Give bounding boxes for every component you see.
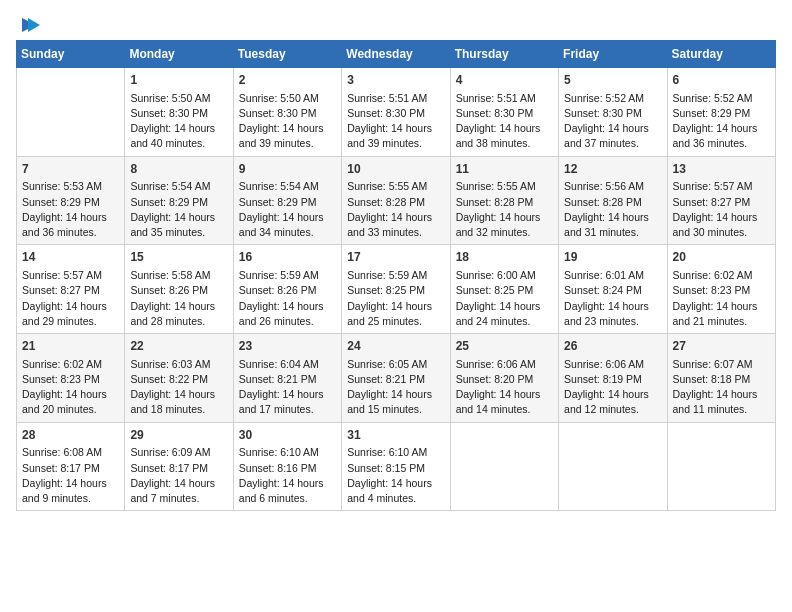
day-info: Sunrise: 5:51 AM Sunset: 8:30 PM Dayligh…: [347, 91, 444, 152]
day-info: Sunrise: 5:50 AM Sunset: 8:30 PM Dayligh…: [130, 91, 227, 152]
day-number: 27: [673, 338, 770, 355]
day-info: Sunrise: 6:10 AM Sunset: 8:16 PM Dayligh…: [239, 445, 336, 506]
day-number: 25: [456, 338, 553, 355]
calendar-day-cell: [667, 422, 775, 511]
day-number: 29: [130, 427, 227, 444]
day-number: 23: [239, 338, 336, 355]
day-info: Sunrise: 5:57 AM Sunset: 8:27 PM Dayligh…: [22, 268, 119, 329]
calendar-week-row: 1Sunrise: 5:50 AM Sunset: 8:30 PM Daylig…: [17, 68, 776, 157]
day-header-saturday: Saturday: [667, 41, 775, 68]
day-info: Sunrise: 5:54 AM Sunset: 8:29 PM Dayligh…: [239, 179, 336, 240]
day-info: Sunrise: 6:01 AM Sunset: 8:24 PM Dayligh…: [564, 268, 661, 329]
calendar-day-cell: 11Sunrise: 5:55 AM Sunset: 8:28 PM Dayli…: [450, 156, 558, 245]
day-number: 19: [564, 249, 661, 266]
calendar-week-row: 7Sunrise: 5:53 AM Sunset: 8:29 PM Daylig…: [17, 156, 776, 245]
calendar-day-cell: 14Sunrise: 5:57 AM Sunset: 8:27 PM Dayli…: [17, 245, 125, 334]
day-header-monday: Monday: [125, 41, 233, 68]
day-info: Sunrise: 5:53 AM Sunset: 8:29 PM Dayligh…: [22, 179, 119, 240]
day-number: 2: [239, 72, 336, 89]
day-info: Sunrise: 5:59 AM Sunset: 8:25 PM Dayligh…: [347, 268, 444, 329]
logo: [16, 16, 40, 32]
day-info: Sunrise: 6:07 AM Sunset: 8:18 PM Dayligh…: [673, 357, 770, 418]
day-info: Sunrise: 5:57 AM Sunset: 8:27 PM Dayligh…: [673, 179, 770, 240]
day-number: 17: [347, 249, 444, 266]
calendar-day-cell: 13Sunrise: 5:57 AM Sunset: 8:27 PM Dayli…: [667, 156, 775, 245]
day-info: Sunrise: 6:04 AM Sunset: 8:21 PM Dayligh…: [239, 357, 336, 418]
calendar-day-cell: 29Sunrise: 6:09 AM Sunset: 8:17 PM Dayli…: [125, 422, 233, 511]
day-info: Sunrise: 6:10 AM Sunset: 8:15 PM Dayligh…: [347, 445, 444, 506]
day-number: 12: [564, 161, 661, 178]
calendar-day-cell: 8Sunrise: 5:54 AM Sunset: 8:29 PM Daylig…: [125, 156, 233, 245]
calendar-day-cell: 10Sunrise: 5:55 AM Sunset: 8:28 PM Dayli…: [342, 156, 450, 245]
day-info: Sunrise: 6:00 AM Sunset: 8:25 PM Dayligh…: [456, 268, 553, 329]
day-header-wednesday: Wednesday: [342, 41, 450, 68]
calendar-day-cell: [450, 422, 558, 511]
day-info: Sunrise: 5:50 AM Sunset: 8:30 PM Dayligh…: [239, 91, 336, 152]
calendar-day-cell: 12Sunrise: 5:56 AM Sunset: 8:28 PM Dayli…: [559, 156, 667, 245]
day-info: Sunrise: 5:54 AM Sunset: 8:29 PM Dayligh…: [130, 179, 227, 240]
day-number: 9: [239, 161, 336, 178]
day-info: Sunrise: 6:02 AM Sunset: 8:23 PM Dayligh…: [673, 268, 770, 329]
day-number: 31: [347, 427, 444, 444]
calendar-day-cell: 5Sunrise: 5:52 AM Sunset: 8:30 PM Daylig…: [559, 68, 667, 157]
day-number: 5: [564, 72, 661, 89]
calendar-day-cell: 16Sunrise: 5:59 AM Sunset: 8:26 PM Dayli…: [233, 245, 341, 334]
day-header-thursday: Thursday: [450, 41, 558, 68]
day-info: Sunrise: 5:59 AM Sunset: 8:26 PM Dayligh…: [239, 268, 336, 329]
calendar-day-cell: 19Sunrise: 6:01 AM Sunset: 8:24 PM Dayli…: [559, 245, 667, 334]
day-number: 1: [130, 72, 227, 89]
calendar-day-cell: [17, 68, 125, 157]
day-info: Sunrise: 6:05 AM Sunset: 8:21 PM Dayligh…: [347, 357, 444, 418]
calendar-day-cell: 17Sunrise: 5:59 AM Sunset: 8:25 PM Dayli…: [342, 245, 450, 334]
day-number: 13: [673, 161, 770, 178]
day-info: Sunrise: 6:06 AM Sunset: 8:20 PM Dayligh…: [456, 357, 553, 418]
calendar-day-cell: 2Sunrise: 5:50 AM Sunset: 8:30 PM Daylig…: [233, 68, 341, 157]
calendar-day-cell: 23Sunrise: 6:04 AM Sunset: 8:21 PM Dayli…: [233, 334, 341, 423]
calendar-week-row: 28Sunrise: 6:08 AM Sunset: 8:17 PM Dayli…: [17, 422, 776, 511]
calendar-day-cell: 21Sunrise: 6:02 AM Sunset: 8:23 PM Dayli…: [17, 334, 125, 423]
calendar-day-cell: 7Sunrise: 5:53 AM Sunset: 8:29 PM Daylig…: [17, 156, 125, 245]
calendar-week-row: 14Sunrise: 5:57 AM Sunset: 8:27 PM Dayli…: [17, 245, 776, 334]
day-info: Sunrise: 6:06 AM Sunset: 8:19 PM Dayligh…: [564, 357, 661, 418]
day-number: 24: [347, 338, 444, 355]
day-number: 7: [22, 161, 119, 178]
day-info: Sunrise: 6:02 AM Sunset: 8:23 PM Dayligh…: [22, 357, 119, 418]
day-info: Sunrise: 5:52 AM Sunset: 8:29 PM Dayligh…: [673, 91, 770, 152]
calendar-day-cell: 9Sunrise: 5:54 AM Sunset: 8:29 PM Daylig…: [233, 156, 341, 245]
svg-marker-1: [28, 18, 40, 32]
calendar-day-cell: 18Sunrise: 6:00 AM Sunset: 8:25 PM Dayli…: [450, 245, 558, 334]
day-info: Sunrise: 5:55 AM Sunset: 8:28 PM Dayligh…: [456, 179, 553, 240]
day-number: 11: [456, 161, 553, 178]
calendar-week-row: 21Sunrise: 6:02 AM Sunset: 8:23 PM Dayli…: [17, 334, 776, 423]
day-info: Sunrise: 5:56 AM Sunset: 8:28 PM Dayligh…: [564, 179, 661, 240]
calendar-day-cell: 31Sunrise: 6:10 AM Sunset: 8:15 PM Dayli…: [342, 422, 450, 511]
day-number: 30: [239, 427, 336, 444]
day-info: Sunrise: 6:09 AM Sunset: 8:17 PM Dayligh…: [130, 445, 227, 506]
calendar-day-cell: 20Sunrise: 6:02 AM Sunset: 8:23 PM Dayli…: [667, 245, 775, 334]
day-number: 14: [22, 249, 119, 266]
calendar-day-cell: 27Sunrise: 6:07 AM Sunset: 8:18 PM Dayli…: [667, 334, 775, 423]
day-info: Sunrise: 6:08 AM Sunset: 8:17 PM Dayligh…: [22, 445, 119, 506]
calendar-day-cell: 28Sunrise: 6:08 AM Sunset: 8:17 PM Dayli…: [17, 422, 125, 511]
day-number: 3: [347, 72, 444, 89]
calendar-day-cell: 15Sunrise: 5:58 AM Sunset: 8:26 PM Dayli…: [125, 245, 233, 334]
day-number: 20: [673, 249, 770, 266]
day-number: 15: [130, 249, 227, 266]
day-info: Sunrise: 6:03 AM Sunset: 8:22 PM Dayligh…: [130, 357, 227, 418]
day-number: 4: [456, 72, 553, 89]
day-number: 21: [22, 338, 119, 355]
day-number: 10: [347, 161, 444, 178]
calendar-day-cell: 26Sunrise: 6:06 AM Sunset: 8:19 PM Dayli…: [559, 334, 667, 423]
day-number: 6: [673, 72, 770, 89]
calendar-day-cell: 30Sunrise: 6:10 AM Sunset: 8:16 PM Dayli…: [233, 422, 341, 511]
calendar-header: SundayMondayTuesdayWednesdayThursdayFrid…: [17, 41, 776, 68]
calendar-day-cell: 1Sunrise: 5:50 AM Sunset: 8:30 PM Daylig…: [125, 68, 233, 157]
day-header-sunday: Sunday: [17, 41, 125, 68]
calendar-day-cell: 6Sunrise: 5:52 AM Sunset: 8:29 PM Daylig…: [667, 68, 775, 157]
calendar-day-cell: 3Sunrise: 5:51 AM Sunset: 8:30 PM Daylig…: [342, 68, 450, 157]
day-info: Sunrise: 5:55 AM Sunset: 8:28 PM Dayligh…: [347, 179, 444, 240]
day-number: 26: [564, 338, 661, 355]
calendar-table: SundayMondayTuesdayWednesdayThursdayFrid…: [16, 40, 776, 511]
day-number: 28: [22, 427, 119, 444]
day-number: 8: [130, 161, 227, 178]
